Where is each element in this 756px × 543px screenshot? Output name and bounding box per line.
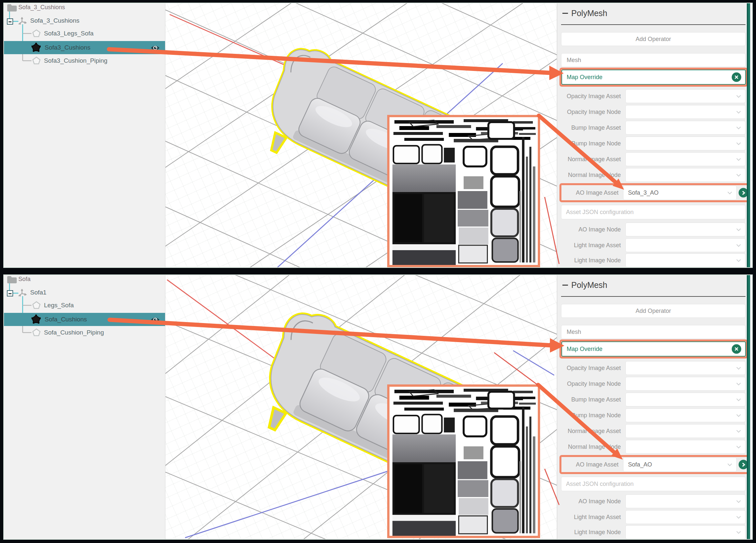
ao-texture-preview [387, 385, 540, 538]
z-axis-line [185, 469, 395, 538]
prop-row: Normal Image Asset [561, 152, 745, 166]
chevron-down-icon [736, 109, 741, 115]
chevron-down-icon [736, 124, 741, 131]
tree-item-group[interactable]: Sofa_3_Cushions [4, 14, 165, 27]
field-label: Opacity Image Node [561, 109, 625, 115]
chevron-down-icon [736, 242, 741, 249]
ao-image-asset-select[interactable]: Sofa_AO [623, 457, 737, 472]
z-axis-line-2 [513, 351, 554, 375]
light-image-asset-select[interactable] [625, 238, 745, 252]
light-image-asset-select[interactable] [625, 510, 745, 524]
folder-icon [7, 276, 17, 284]
scrollbar[interactable] [747, 275, 750, 539]
pentagon-geom-icon [32, 301, 41, 309]
opacity-image-asset-select[interactable] [625, 361, 745, 375]
light-image-node-select[interactable] [625, 253, 745, 267]
chevron-down-icon [727, 189, 732, 196]
panel-title: PolyMesh [571, 9, 607, 18]
visibility-eye-icon[interactable] [151, 45, 160, 51]
remove-circle-icon[interactable] [732, 73, 741, 82]
chevron-down-icon [727, 461, 732, 468]
chevron-down-icon [736, 529, 741, 536]
chevron-down-icon [736, 444, 741, 450]
bump-image-asset-select[interactable] [625, 121, 745, 135]
chevron-down-icon [736, 381, 741, 387]
collapse-toggle-icon[interactable] [7, 18, 13, 25]
scene-tree-panel: Sofa Sofa1 Legs_Sofa Sofa_Cushions Sofa_… [4, 275, 165, 539]
chevron-down-icon [736, 365, 741, 372]
tree-item-cushions-selected[interactable]: Sofa3_Cushions [4, 41, 165, 54]
ao-image-asset-value: Sofa_AO [628, 461, 652, 468]
normal-image-node-select[interactable] [625, 440, 745, 454]
chevron-down-icon [736, 428, 741, 435]
opacity-image-node-select[interactable] [625, 105, 745, 119]
chevron-down-icon [736, 498, 741, 505]
mesh-section[interactable]: Mesh [561, 325, 745, 339]
field-label: Bump Image Node [561, 140, 625, 147]
visibility-eye-icon[interactable] [151, 317, 160, 323]
opacity-image-node-select[interactable] [625, 377, 745, 391]
asset-json-input[interactable] [561, 477, 745, 491]
tree-item-legs[interactable]: Legs_Sofa [4, 299, 165, 312]
transform-axes-icon [18, 289, 27, 297]
tree-item-root[interactable]: Sofa_3_Cushions [4, 3, 165, 14]
pentagon-geom-icon [32, 56, 41, 65]
tree-root-label: Sofa [18, 276, 31, 283]
remove-circle-icon[interactable] [732, 345, 741, 354]
tree-item-piping[interactable]: Sofa_Cushion_Piping [4, 326, 165, 339]
field-label: Bump Image Node [561, 412, 625, 419]
add-operator-button[interactable]: Add Operator [561, 304, 745, 318]
polymesh-header[interactable]: PolyMesh [562, 281, 607, 290]
field-label: AO Image Node [561, 498, 625, 505]
normal-image-asset-select[interactable] [625, 152, 745, 166]
bump-image-node-select[interactable] [625, 408, 745, 422]
field-label: Light Image Node [561, 529, 625, 536]
tree-item-cushions-selected[interactable]: Sofa_Cushions [4, 313, 165, 326]
collapse-toggle-icon[interactable] [7, 290, 13, 297]
field-label: Normal Image Asset [561, 156, 625, 163]
prop-row: Bump Image Asset [561, 393, 745, 407]
header-divider [561, 24, 745, 25]
light-image-node-select[interactable] [625, 525, 745, 539]
mesh-label: Mesh [567, 329, 581, 336]
map-override-chip[interactable]: Map Override [561, 70, 746, 85]
mesh-section[interactable]: Mesh [561, 53, 745, 67]
ao-image-node-select[interactable] [625, 222, 745, 236]
normal-image-asset-select[interactable] [625, 424, 745, 438]
polymesh-header[interactable]: PolyMesh [562, 9, 607, 18]
pentagon-geom-icon [32, 29, 41, 37]
asset-json-row [561, 477, 745, 491]
map-override-highlight-box: Map Override [559, 68, 748, 87]
tree-item-root[interactable]: Sofa [4, 275, 165, 286]
map-override-label: Map Override [567, 74, 602, 81]
tree-item-piping[interactable]: Sofa3_Cushion_Piping [4, 54, 165, 67]
chevron-down-icon [736, 140, 741, 147]
field-label: Opacity Image Asset [561, 93, 625, 100]
collapse-minus-icon [562, 285, 568, 286]
tree-item-group[interactable]: Sofa1 [4, 286, 165, 299]
chevron-down-icon [736, 514, 741, 521]
map-override-highlight-box: Map Override [559, 340, 748, 359]
ao-image-node-select[interactable] [625, 494, 745, 508]
field-label: Light Image Node [561, 257, 625, 264]
ao-texture-preview [387, 115, 540, 267]
prop-row: Opacity Image Node [561, 377, 745, 391]
field-label: Normal Image Node [561, 172, 625, 178]
add-operator-button[interactable]: Add Operator [561, 32, 745, 46]
prop-row: Normal Image Asset [561, 424, 745, 438]
prop-row: Opacity Image Asset [561, 361, 745, 375]
scrollbar[interactable] [747, 3, 750, 267]
opacity-image-asset-select[interactable] [625, 89, 745, 103]
field-label: Bump Image Asset [561, 124, 625, 131]
bump-image-asset-select[interactable] [625, 393, 745, 407]
ao-image-asset-value: Sofa_3_AO [628, 189, 659, 196]
prop-row: Normal Image Node [561, 440, 745, 454]
ao-image-asset-select[interactable]: Sofa_3_AO [623, 185, 737, 200]
tree-item-legs[interactable]: Sofa3_Legs_Sofa [4, 27, 165, 40]
bump-image-node-select[interactable] [625, 136, 745, 150]
prop-row: AO Image Node [561, 494, 745, 508]
map-override-chip[interactable]: Map Override [561, 342, 746, 357]
normal-image-node-select[interactable] [625, 168, 745, 182]
asset-json-input[interactable] [561, 205, 745, 219]
prop-row: Bump Image Node [561, 408, 745, 422]
